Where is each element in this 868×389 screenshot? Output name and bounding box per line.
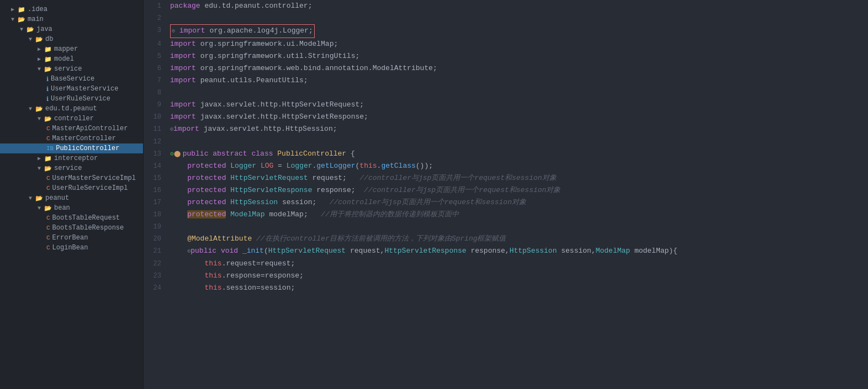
line-content: ⊙import javax.servlet.http.HttpSession; xyxy=(168,123,868,136)
line-content: this.session=session; xyxy=(168,282,868,294)
line-content: this.request=request; xyxy=(168,258,868,270)
line-number: 20 xyxy=(144,233,168,245)
sidebar-item-peanut[interactable]: ▼ 📂 peanut xyxy=(0,193,143,203)
code-line-13: 13 ⚙⬤public abstract class PublicControl… xyxy=(144,148,868,160)
sidebar-item-controller[interactable]: ▼ 📂 controller xyxy=(0,114,143,124)
folder-icon: 📂 xyxy=(44,165,52,172)
line-number: 1 xyxy=(144,0,168,12)
sidebar-item-bean[interactable]: ▼ 📂 bean xyxy=(0,203,143,213)
sidebar-item-label: db xyxy=(45,35,53,43)
sidebar-item-label: model xyxy=(54,55,74,63)
sidebar-item-interceptor[interactable]: ▶ 📁 interceptor xyxy=(0,153,143,163)
sidebar-item-java[interactable]: ▼ 📂 java xyxy=(0,24,143,34)
line-number: 8 xyxy=(144,87,168,99)
code-line-5: 5 import org.springframework.util.String… xyxy=(144,50,868,62)
class-icon: C xyxy=(46,135,50,142)
sidebar-item-db[interactable]: ▼ 📂 db xyxy=(0,34,143,44)
folder-icon: 📂 xyxy=(44,205,52,212)
code-line-18: 18 protected ModelMap modelMap; //用于将控制器… xyxy=(144,209,868,221)
sidebar-item-label: mapper xyxy=(54,45,78,53)
code-line-12: 12 xyxy=(144,136,868,148)
sidebar-item-label: service xyxy=(54,164,82,172)
sidebar-item-label: PublicController xyxy=(56,145,119,152)
class-ib-icon: IB xyxy=(46,145,54,152)
sidebar-item-label: MasterController xyxy=(52,135,116,142)
chevron-down-icon: ▼ xyxy=(29,195,35,201)
code-line-22: 22 this.request=request; xyxy=(144,258,868,270)
sidebar-item-loginbean[interactable]: C LoginBean xyxy=(0,243,143,253)
line-content: protected HttpSession session; //control… xyxy=(168,196,868,209)
line-content: @ModelAttribute //在执行controller目标方法前被调用的… xyxy=(168,233,868,245)
sidebar-item-label: UserRuleService xyxy=(51,95,110,103)
line-content: import org.springframework.ui.ModelMap; xyxy=(168,38,868,50)
sidebar-item-label: .idea xyxy=(28,6,47,13)
chevron-down-icon: ▼ xyxy=(38,116,44,122)
sidebar-item-idea[interactable]: ▶ 📁 .idea xyxy=(0,4,143,14)
chevron-right-icon: ▶ xyxy=(11,6,18,13)
line-number: 14 xyxy=(144,160,168,172)
sidebar-item-usermasterservice[interactable]: ℹ UserMasterService xyxy=(0,84,143,94)
sidebar-item-label: bean xyxy=(54,204,70,212)
sidebar-item-mastercontroller[interactable]: C MasterController xyxy=(0,134,143,143)
sidebar-item-errorbean[interactable]: C ErrorBean xyxy=(0,233,143,243)
sidebar-item-userruleserviceimpl[interactable]: C UserRuleServiceImpl xyxy=(0,183,143,193)
line-content: protected HttpServletRequest request; //… xyxy=(168,172,868,184)
sidebar-item-label: service xyxy=(54,65,82,73)
sidebar-item-publiccontroller[interactable]: IB PublicController xyxy=(0,143,143,153)
folder-icon: 📂 xyxy=(35,105,43,113)
line-content: import javax.servlet.http.HttpServletRes… xyxy=(168,111,868,123)
sidebar-item-userruleservice[interactable]: ℹ UserRuleService xyxy=(0,94,143,104)
line-content: ⊙public void _init(HttpServletRequest re… xyxy=(168,245,868,258)
interface-icon: ℹ xyxy=(46,76,49,83)
class-icon: C xyxy=(46,215,50,221)
code-line-7: 7 import peanut.utils.PeanutUtils; xyxy=(144,74,868,87)
line-content: package edu.td.peanut.controller; xyxy=(168,0,868,12)
sidebar-item-usermasterserviceimpl[interactable]: C UserMasterServiceImpl xyxy=(0,173,143,183)
interface-icon: ℹ xyxy=(46,86,49,93)
sidebar-item-service2[interactable]: ▼ 📂 service xyxy=(0,163,143,173)
sidebar-item-label: MasterApiController xyxy=(52,125,128,132)
line-number: 19 xyxy=(144,221,168,233)
sidebar-item-label: UserMasterService xyxy=(51,85,118,93)
code-line-16: 16 protected HttpServletResponse respons… xyxy=(144,184,868,196)
code-line-24: 24 this.session=session; xyxy=(144,282,868,294)
code-line-1: 1 package edu.td.peanut.controller; xyxy=(144,0,868,12)
sidebar-item-label: java xyxy=(36,25,52,33)
line-content: ⚙⬤public abstract class PublicController… xyxy=(168,148,868,160)
line-number: 24 xyxy=(144,282,168,294)
code-line-17: 17 protected HttpSession session; //cont… xyxy=(144,196,868,209)
sidebar-item-bootstableresponse[interactable]: C BootsTableResponse xyxy=(0,223,143,233)
chevron-down-icon: ▼ xyxy=(29,106,35,112)
chevron-right-icon: ▶ xyxy=(38,46,44,52)
sidebar-item-service[interactable]: ▼ 📂 service xyxy=(0,64,143,74)
sidebar-item-bootstablerequest[interactable]: C BootsTableRequest xyxy=(0,213,143,223)
chevron-down-icon: ▼ xyxy=(38,166,44,172)
sidebar-item-mapper[interactable]: ▶ 📁 mapper xyxy=(0,44,143,54)
sidebar-item-label: UserMasterServiceImpl xyxy=(52,174,136,182)
interface-icon: ℹ xyxy=(46,95,49,103)
sidebar-item-label: BootsTableRequest xyxy=(52,214,120,222)
sidebar-item-model[interactable]: ▶ 📁 model xyxy=(0,54,143,64)
line-number: 16 xyxy=(144,184,168,196)
chevron-right-icon: ▶ xyxy=(38,56,44,62)
line-number: 13 xyxy=(144,148,168,160)
sidebar-item-label: BootsTableResponse xyxy=(52,224,124,232)
sidebar-item-main[interactable]: ▼ 📂 main xyxy=(0,14,143,24)
chevron-down-icon: ▼ xyxy=(29,36,35,42)
line-number: 3 xyxy=(144,24,168,36)
sidebar-item-label: interceptor xyxy=(54,154,98,162)
chevron-down-icon: ▼ xyxy=(20,26,27,33)
sidebar-item-baseservice[interactable]: ℹ BaseService xyxy=(0,74,143,84)
sidebar-item-label: UserRuleServiceImpl xyxy=(52,184,128,192)
code-line-14: 14 protected Logger LOG = Logger.getLogg… xyxy=(144,160,868,172)
code-editor[interactable]: 1 package edu.td.peanut.controller; 2 3 … xyxy=(144,0,868,389)
chevron-down-icon: ▼ xyxy=(11,17,18,23)
code-content: 1 package edu.td.peanut.controller; 2 3 … xyxy=(144,0,868,294)
line-number: 12 xyxy=(144,136,168,148)
line-number: 2 xyxy=(144,12,168,24)
code-line-4: 4 import org.springframework.ui.ModelMap… xyxy=(144,38,868,50)
line-number: 17 xyxy=(144,196,168,209)
sidebar-item-masterapicontroller[interactable]: C MasterApiController xyxy=(0,124,143,134)
folder-icon: 📁 xyxy=(44,46,52,53)
sidebar-item-edu-td-peanut[interactable]: ▼ 📂 edu.td.peanut xyxy=(0,104,143,114)
